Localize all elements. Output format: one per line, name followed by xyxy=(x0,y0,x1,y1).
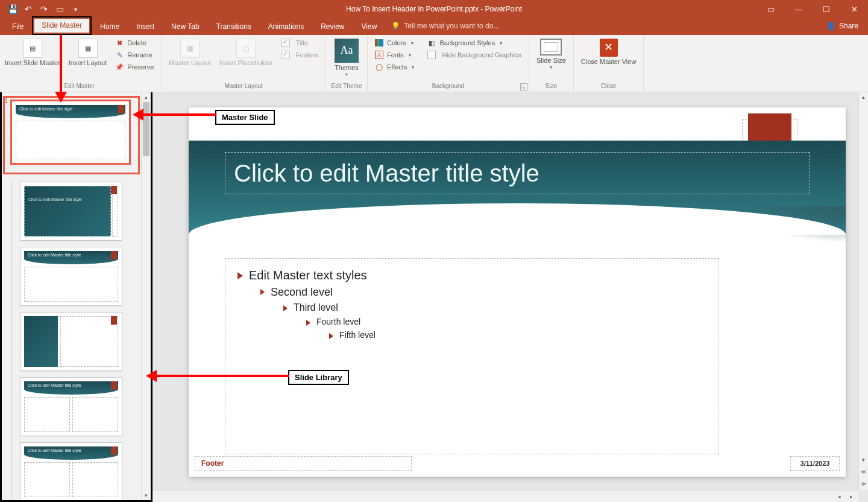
close-master-icon: ✕ xyxy=(600,39,618,57)
slide-size-button[interactable]: Slide Size ▾ xyxy=(534,37,568,72)
share-icon: 👤 xyxy=(826,22,835,30)
ribbon-options-icon[interactable]: ▭ xyxy=(757,0,785,18)
canvas-scrollbar-horizontal[interactable]: ◂ ▸ xyxy=(153,490,858,502)
maximize-icon[interactable]: ☐ xyxy=(813,0,840,18)
fonts-button[interactable]: AFonts▾ xyxy=(373,49,414,60)
bullet-icon xyxy=(306,320,310,326)
scroll-down-icon[interactable]: ▾ xyxy=(859,455,868,465)
mini-title-band: Click to edit Master title style xyxy=(24,446,118,460)
hide-bg-checkbox[interactable]: Hide Background Graphics xyxy=(425,49,523,60)
body-level-2: Second level xyxy=(260,286,706,299)
dialog-launcher-icon[interactable]: ↘ xyxy=(520,83,527,91)
layout-thumb-title-content[interactable]: Click to edit Master title style xyxy=(20,247,122,306)
ribbon: ▤ Insert Slide Master ▦ Insert Layout ✖D… xyxy=(0,35,868,92)
chevron-down-icon: ▾ xyxy=(409,52,411,58)
layout-thumb-title-slide[interactable]: Click to edit Master title style xyxy=(20,182,122,241)
thumbnail-list[interactable]: 1 Click to edit Master title style Click… xyxy=(2,92,151,500)
scroll-down-icon[interactable]: ▾ xyxy=(142,491,151,500)
save-icon[interactable]: 💾 xyxy=(6,2,19,16)
effects-label: Effects xyxy=(387,63,407,71)
scroll-left-icon[interactable]: ◂ xyxy=(834,492,844,501)
close-master-view-button[interactable]: ✕ Close Master View xyxy=(579,37,639,66)
start-from-beginning-icon[interactable]: ▭ xyxy=(53,2,66,16)
tab-review[interactable]: Review xyxy=(312,19,353,35)
annotation-label-slide-library: Slide Library xyxy=(288,370,349,385)
tab-slide-master[interactable]: Slide Master xyxy=(34,19,89,33)
themes-button[interactable]: Aa Themes ▾ xyxy=(331,37,362,79)
mini-body xyxy=(16,121,125,159)
scroll-up-icon[interactable]: ▴ xyxy=(859,92,868,102)
themes-label: Themes xyxy=(335,64,359,71)
canvas-scrollbar-vertical[interactable]: ▴ ▾ ≪ ≫ xyxy=(858,92,868,490)
mini-title-text: Click to edit Master title style xyxy=(28,253,81,257)
master-layout-label: Master Layout xyxy=(169,59,211,66)
master-slide-canvas[interactable]: ‹#› Click to edit Master title style Edi… xyxy=(189,107,846,477)
minimize-icon[interactable]: — xyxy=(785,0,813,18)
group-size: Slide Size ▾ Size xyxy=(529,35,574,92)
mini-corner-icon xyxy=(111,446,117,455)
qat-more-icon[interactable]: ▾ xyxy=(69,2,82,16)
date-placeholder[interactable]: 3/11/2023 xyxy=(790,456,840,471)
chevron-down-icon: ▾ xyxy=(412,65,414,70)
bullet-icon xyxy=(329,333,333,339)
delete-icon: ✖ xyxy=(115,39,124,47)
redo-icon[interactable]: ↷ xyxy=(37,2,51,16)
body-l3-text: Third level xyxy=(294,302,338,313)
tab-transitions[interactable]: Transitions xyxy=(208,19,260,35)
tab-insert[interactable]: Insert xyxy=(128,19,163,35)
rename-label: Rename xyxy=(127,51,153,59)
layout-thumb-comparison[interactable]: Click to edit Master title style xyxy=(20,442,122,500)
tab-new-tab[interactable]: New Tab xyxy=(163,19,207,35)
layout-thumb-two-content[interactable]: Click to edit Master title style xyxy=(20,377,122,436)
scroll-thumb[interactable] xyxy=(143,102,149,156)
arrow-line xyxy=(60,35,62,94)
slide-size-label: Slide Size xyxy=(536,57,566,64)
footer-placeholder[interactable]: Footer xyxy=(195,456,412,471)
group-master-layout: ▥ Master Layout ▢ Insert Placeholder Tit… xyxy=(162,35,326,92)
undo-icon[interactable]: ↶ xyxy=(22,2,35,16)
chevron-down-icon: ▾ xyxy=(500,40,502,46)
colors-button[interactable]: Colors▾ xyxy=(373,37,416,48)
footers-checkbox-label: Footers xyxy=(296,51,318,59)
body-l4-text: Fourth level xyxy=(316,317,360,326)
master-slide-thumb[interactable]: Click to edit Master title style xyxy=(10,100,131,165)
tab-file[interactable]: File xyxy=(4,19,32,35)
scroll-right-icon[interactable]: ▸ xyxy=(846,492,856,501)
master-layout-icon: ▥ xyxy=(180,39,200,58)
ribbon-tabs: File Slide Master Home Insert New Tab Tr… xyxy=(0,18,868,35)
chevron-down-icon: ▾ xyxy=(345,72,348,78)
layout-thumb-section-header[interactable] xyxy=(20,312,122,371)
share-button[interactable]: 👤 Share xyxy=(822,19,863,33)
insert-layout-button[interactable]: ▦ Insert Layout xyxy=(66,37,110,68)
tell-me-search[interactable]: 💡 Tell me what you want to do... xyxy=(385,22,505,35)
group-label-edit-theme: Edit Theme xyxy=(332,83,362,91)
prev-slide-icon[interactable]: ≪ xyxy=(859,467,868,477)
tab-animations[interactable]: Animations xyxy=(260,19,312,35)
tab-view[interactable]: View xyxy=(353,19,386,35)
mini-title-text: Click to edit Master title style xyxy=(19,107,73,111)
effects-button[interactable]: ◯Effects▾ xyxy=(373,62,417,72)
slide-size-icon xyxy=(540,39,562,56)
thumb-tree-line xyxy=(11,182,12,500)
scroll-up-icon[interactable]: ▴ xyxy=(142,92,151,102)
delete-label: Delete xyxy=(127,39,146,46)
slide-thumbnails-pane: 1 Click to edit Master title style Click… xyxy=(0,92,153,502)
preserve-button[interactable]: 📌Preserve xyxy=(113,62,156,72)
mini-right-txt xyxy=(60,316,118,367)
group-label-edit-master: Edit Master xyxy=(64,83,95,91)
background-styles-button[interactable]: ◧Background Styles▾ xyxy=(425,37,505,48)
group-label-background: Background xyxy=(432,83,464,91)
delete-button[interactable]: ✖Delete xyxy=(113,37,149,48)
next-slide-icon[interactable]: ≫ xyxy=(859,479,868,489)
insert-slide-master-button[interactable]: ▤ Insert Slide Master xyxy=(2,37,63,68)
rename-button[interactable]: ✎Rename xyxy=(113,49,155,60)
title-placeholder[interactable]: Click to edit Master title style xyxy=(225,152,810,194)
body-level-4: Fourth level xyxy=(306,317,706,326)
body-placeholder[interactable]: Edit Master text styles Second level Thi… xyxy=(225,258,719,454)
tab-home[interactable]: Home xyxy=(92,19,128,35)
checkbox-icon xyxy=(427,51,436,59)
mini-title-band: Click to edit Master title style xyxy=(16,105,125,118)
close-icon[interactable]: ✕ xyxy=(840,0,868,18)
annotation-master-slide: Master Slide xyxy=(215,110,275,125)
thumbnails-scrollbar[interactable]: ▴ ▾ xyxy=(141,92,151,500)
